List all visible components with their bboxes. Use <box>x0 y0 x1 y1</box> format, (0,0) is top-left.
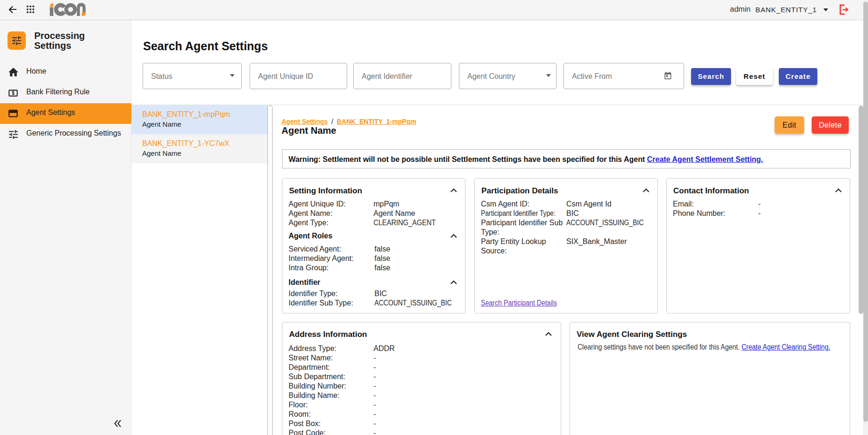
svg-text:$: $ <box>12 90 15 96</box>
